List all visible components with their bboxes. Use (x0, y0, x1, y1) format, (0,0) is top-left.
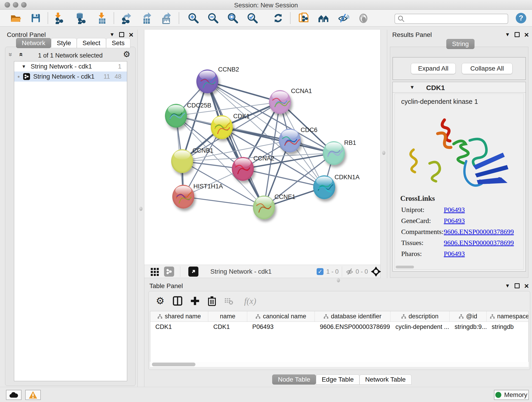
export-network-button[interactable] (120, 12, 133, 24)
hide-selected-button[interactable] (337, 12, 349, 24)
panel-close-icon[interactable]: × (524, 283, 529, 288)
crosslink-link[interactable]: 9606.ENSP00000378699 (444, 228, 514, 236)
tab-network[interactable]: Network (16, 38, 51, 48)
selected-checkbox[interactable]: ✓ (317, 268, 323, 275)
network-node-cdc6[interactable] (279, 128, 301, 153)
network-options-gear-icon[interactable]: ⚙ (123, 50, 130, 58)
crosslink-link[interactable]: 9606.ENSP00000378699 (444, 239, 514, 247)
tree-expand-caret-icon[interactable]: ▼ (22, 64, 26, 69)
search-input[interactable] (405, 15, 508, 23)
left-splitter[interactable] (138, 30, 144, 387)
network-collection-row[interactable]: ▼ String Network - cdk1 1 (14, 61, 127, 71)
panel-float-icon[interactable] (515, 283, 520, 288)
network-node-ccne1[interactable] (253, 196, 275, 219)
memory-button[interactable]: Memory (494, 390, 529, 400)
panel-float-icon[interactable] (119, 32, 124, 37)
node-label: RB1 (344, 139, 356, 147)
network-view-button[interactable] (164, 267, 174, 277)
network-node-cdk1[interactable] (211, 115, 233, 139)
table-options-button[interactable]: ⚙ (154, 294, 167, 307)
column-header-name[interactable]: name (208, 311, 247, 322)
column-header-id[interactable]: @id (450, 311, 487, 322)
detach-view-button[interactable] (188, 267, 198, 277)
panel-collapse-icon[interactable]: ▼ (109, 32, 114, 38)
zoom-selected-button[interactable] (247, 12, 259, 24)
panel-collapse-icon[interactable]: ▼ (505, 283, 510, 289)
table-row[interactable]: CDK1CDK1P064939606.ENSP00000378699cyclin… (150, 322, 528, 332)
panel-float-icon[interactable] (515, 32, 520, 37)
new-network-from-selection-button[interactable] (298, 12, 310, 24)
column-header-databaseidentifier[interactable]: database identifier (315, 311, 390, 322)
column-header-label: description (409, 313, 438, 320)
entry-scrollbar-thumb[interactable] (396, 266, 414, 268)
tab-edge-table[interactable]: Edge Table (316, 375, 360, 385)
right-splitter[interactable] (380, 30, 387, 278)
svg-text:?: ? (519, 14, 523, 22)
expand-all-button[interactable]: Expand All (411, 63, 456, 74)
zoom-in-button[interactable] (187, 12, 199, 24)
crosslink-link[interactable]: P06493 (444, 217, 465, 225)
left-splitter-handle[interactable] (139, 207, 143, 211)
network-node-ccnb2[interactable] (196, 70, 218, 93)
table-panel-title: Table Panel (149, 282, 183, 290)
right-splitter-handle[interactable] (382, 151, 385, 155)
import-network-file-button[interactable] (53, 12, 65, 24)
panel-collapse-icon[interactable]: ▼ (505, 32, 510, 38)
network-node-ccnb1[interactable] (171, 149, 193, 173)
table-horizontal-scrollbar[interactable] (150, 362, 529, 367)
first-neighbors-button[interactable] (317, 12, 329, 24)
tab-sets[interactable]: Sets (106, 38, 130, 48)
import-table-icon (96, 12, 108, 24)
column-header-namespace[interactable]: namespace (487, 311, 529, 322)
import-network-database-button[interactable] (75, 12, 87, 24)
show-all-button[interactable] (357, 12, 369, 24)
column-header-description[interactable]: description (390, 311, 450, 322)
cloud-status-button[interactable] (6, 390, 22, 400)
tab-select[interactable]: Select (77, 38, 106, 48)
show-columns-button[interactable] (171, 294, 184, 307)
network-node-rb1[interactable] (323, 141, 345, 165)
table-header-row: shared namenamecanonical namedatabase id… (150, 311, 528, 322)
warning-icon (29, 391, 37, 399)
entry-collapse-caret-icon[interactable]: ▼ (410, 84, 415, 90)
refresh-icon (272, 12, 284, 24)
warning-status-button[interactable] (25, 390, 41, 400)
export-image-button[interactable] (160, 12, 172, 24)
refresh-button[interactable] (272, 12, 284, 24)
collapse-all-button[interactable]: Collapse All (462, 63, 513, 74)
network-node-hist1h1a[interactable] (172, 185, 194, 209)
column-header-sharedname[interactable]: shared name (150, 311, 208, 322)
open-session-button[interactable] (10, 12, 22, 24)
panel-close-icon[interactable]: × (129, 32, 133, 37)
tab-node-table[interactable]: Node Table (272, 375, 316, 385)
network-row-selected[interactable]: ● String Network - cdk1 11 48 (14, 71, 127, 82)
node-result-header[interactable]: ▼ CDK1 (393, 82, 526, 93)
grid-view-button[interactable] (150, 267, 159, 277)
crosslink-link[interactable]: P06493 (444, 206, 465, 214)
import-table-button[interactable] (96, 12, 108, 24)
panel-close-icon[interactable]: × (524, 32, 529, 37)
network-node-ccna1[interactable] (269, 90, 291, 114)
network-node-ccna2[interactable] (232, 157, 254, 181)
scrollbar-thumb[interactable] (152, 363, 196, 366)
export-table-button[interactable] (141, 12, 152, 24)
houses-icon (317, 12, 329, 24)
save-session-button[interactable] (30, 12, 42, 24)
tab-string[interactable]: String (446, 39, 475, 49)
column-header-canonicalname[interactable]: canonical name (247, 311, 315, 322)
zoom-out-button[interactable] (207, 12, 219, 24)
crosslink-link[interactable]: P06493 (444, 250, 465, 258)
tab-style[interactable]: Style (51, 38, 77, 48)
network-canvas[interactable]: CCNB2CCNA1CDC25BCDK1CDC6RB1CCNB1CCNA2CDK… (144, 30, 380, 265)
results-panel-title: Results Panel (392, 31, 432, 38)
delete-column-button[interactable] (206, 294, 218, 307)
zoom-fit-button[interactable] (227, 12, 239, 24)
network-node-cdc25b[interactable] (165, 104, 187, 128)
create-column-button[interactable] (189, 294, 201, 307)
table-cell: cyclin-dependent ... (390, 322, 450, 332)
tab-network-table[interactable]: Network Table (360, 375, 412, 385)
birdseye-view-button[interactable] (371, 266, 381, 278)
help-button[interactable]: ? (515, 12, 527, 24)
grid-icon (150, 267, 159, 276)
network-node-cdkn1a[interactable] (313, 175, 335, 199)
